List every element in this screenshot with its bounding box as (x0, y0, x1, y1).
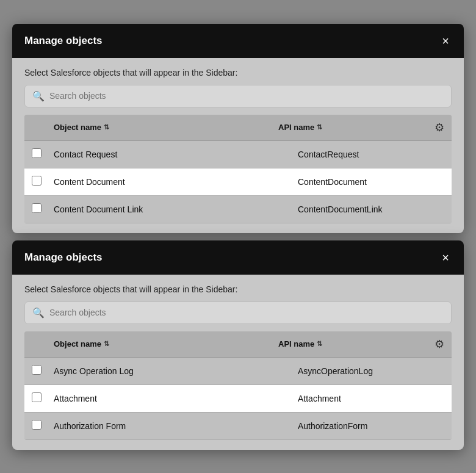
row-object-name-2: Attachment (54, 394, 298, 403)
row-object-name-1: Contact Request (54, 150, 298, 159)
modal-2-body: Select Salesforce objects that will appe… (12, 275, 464, 450)
modal-2: Manage objects × Select Salesforce objec… (12, 240, 464, 450)
gear-icon[interactable]: ⚙ (435, 121, 444, 134)
row-object-name-3: Content Document Link (54, 204, 298, 214)
checkbox-2[interactable] (32, 176, 41, 186)
sort-icon-object[interactable]: ⇅ (104, 340, 109, 348)
modal-1-body: Select Salesforce objects that will appe… (12, 58, 464, 233)
checkbox-3[interactable] (32, 420, 41, 430)
api-name-label: API name (278, 123, 314, 132)
modal-2-header: Manage objects × (12, 240, 464, 275)
api-name-label: API name (278, 339, 314, 348)
modal-1-title: Manage objects (24, 35, 103, 47)
modal-2-table-header: Object name ⇅ API name ⇅ ⚙ (24, 331, 452, 358)
gear-icon[interactable]: ⚙ (435, 338, 444, 350)
col-api-name-header[interactable]: API name ⇅ (278, 339, 425, 348)
checkbox-3[interactable] (32, 203, 41, 213)
row-checkbox-2[interactable] (32, 392, 54, 405)
table-row: Authorization Form AuthorizationForm (24, 413, 452, 440)
col-object-name-header[interactable]: Object name ⇅ (54, 339, 278, 348)
object-name-label: Object name (54, 339, 101, 348)
sort-icon-api[interactable]: ⇅ (317, 340, 322, 348)
search-icon: 🔍 (32, 90, 45, 102)
modal-1-close-button[interactable]: × (439, 34, 452, 48)
row-api-name-2: Attachment (298, 394, 444, 403)
col-object-name-header[interactable]: Object name ⇅ (54, 123, 278, 132)
modal-2-title: Manage objects (24, 251, 103, 264)
table-row: Content Document ContentDocument (24, 168, 452, 196)
modal-2-table: Object name ⇅ API name ⇅ ⚙ (24, 331, 452, 440)
row-object-name-3: Authorization Form (54, 421, 298, 431)
row-api-name-1: AsyncOperationLog (298, 366, 444, 376)
modal-1: Manage objects × Select Salesforce objec… (12, 24, 464, 233)
sort-icon-object[interactable]: ⇅ (104, 123, 109, 131)
row-api-name-3: ContentDocumentLink (298, 204, 444, 214)
row-api-name-1: ContactRequest (298, 150, 444, 159)
row-checkbox-3[interactable] (32, 420, 54, 432)
row-checkbox-1[interactable] (32, 365, 54, 377)
checkbox-1[interactable] (32, 148, 41, 158)
table-row: Attachment Attachment (24, 385, 452, 413)
table-row: Async Operation Log AsyncOperationLog (24, 358, 452, 385)
sort-icon-api[interactable]: ⇅ (317, 123, 322, 131)
row-api-name-2: ContentDocument (298, 177, 444, 187)
modal-1-header: Manage objects × (12, 24, 464, 58)
col-api-name-header[interactable]: API name ⇅ (278, 123, 425, 132)
modal-2-subtitle: Select Salesforce objects that will appe… (24, 284, 452, 294)
object-name-label: Object name (54, 123, 101, 132)
row-checkbox-3[interactable] (32, 203, 54, 215)
modal-1-subtitle: Select Salesforce objects that will appe… (24, 68, 452, 78)
checkbox-1[interactable] (32, 365, 41, 375)
row-api-name-3: AuthorizationForm (298, 421, 444, 431)
row-object-name-1: Async Operation Log (54, 366, 298, 376)
checkbox-2[interactable] (32, 392, 41, 402)
modal-1-search-bar[interactable]: 🔍 (24, 85, 452, 107)
modal-2-close-button[interactable]: × (439, 250, 452, 265)
col-settings-header[interactable]: ⚙ (425, 338, 444, 351)
modal-1-table: Object name ⇅ API name ⇅ ⚙ (24, 115, 452, 223)
col-settings-header[interactable]: ⚙ (425, 121, 444, 134)
table-row: Contact Request ContactRequest (24, 141, 452, 168)
table-row: Content Document Link ContentDocumentLin… (24, 196, 452, 223)
modal-2-search-input[interactable] (49, 308, 444, 317)
row-checkbox-1[interactable] (32, 148, 54, 161)
modal-2-search-bar[interactable]: 🔍 (24, 301, 452, 324)
search-icon: 🔍 (32, 307, 45, 319)
modal-1-search-input[interactable] (49, 91, 444, 101)
modal-1-table-header: Object name ⇅ API name ⇅ ⚙ (24, 115, 452, 141)
row-object-name-2: Content Document (54, 177, 298, 187)
row-checkbox-2[interactable] (32, 176, 54, 188)
